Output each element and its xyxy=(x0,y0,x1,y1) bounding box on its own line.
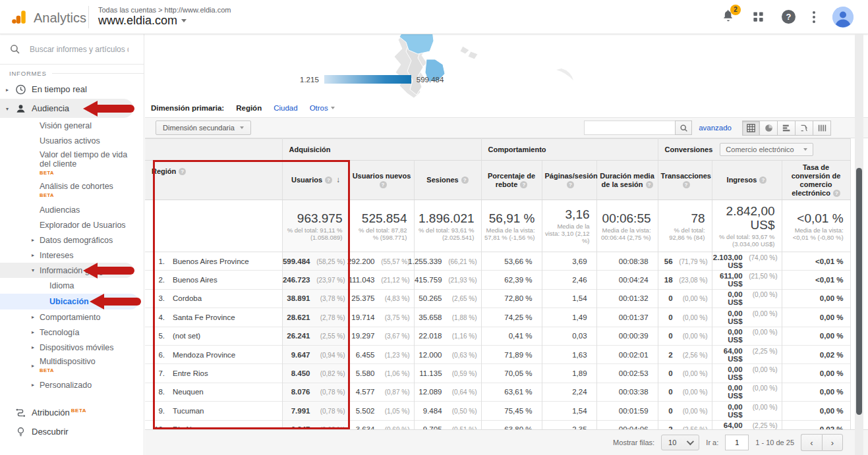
view-comparison-button[interactable] xyxy=(796,120,813,136)
advanced-link[interactable]: avanzado xyxy=(699,124,732,132)
col-header-transacciones[interactable]: Transacciones? xyxy=(658,161,712,200)
sidebar-item-tecnologia[interactable]: ▸Tecnología xyxy=(0,325,144,340)
sidebar-item-descubrir[interactable]: Descubrir xyxy=(0,422,144,441)
sidebar-item-analisis-de-cohortes[interactable]: Análisis de cohortesBETA xyxy=(0,180,144,202)
region-link[interactable]: (not set) xyxy=(173,332,200,340)
dimension-ciudad[interactable]: Ciudad xyxy=(274,104,297,112)
region-link[interactable]: Neuquen xyxy=(173,388,204,396)
rows-per-page-select[interactable]: 10 xyxy=(661,435,699,450)
help-icon[interactable]: ? xyxy=(325,176,332,184)
col-header-sesiones[interactable]: Sesiones? xyxy=(414,161,481,200)
search-icon xyxy=(9,43,20,55)
app-title: Analytics xyxy=(34,11,86,26)
sidebar-item-usuarios-activos[interactable]: Usuarios activos xyxy=(0,133,144,148)
sidebar-item-vision-general[interactable]: Visión general xyxy=(0,118,144,133)
col-header-duracion[interactable]: Duración media de la sesión? xyxy=(596,161,658,200)
table-search-input[interactable] xyxy=(584,120,675,135)
map-islands[interactable] xyxy=(460,46,478,59)
sidebar-item-en-tiempo-real[interactable]: ▸En tiempo real xyxy=(0,80,144,99)
col-header-paginas[interactable]: Páginas/sesión? xyxy=(542,161,596,200)
sidebar-item-informacion-geografica[interactable]: ▾Información geográfica xyxy=(0,263,133,278)
col-header-usuarios[interactable]: Usuarios?↓ xyxy=(282,161,349,200)
col-header-ingresos[interactable]: Ingresos? xyxy=(712,161,782,200)
help-icon[interactable]: ? xyxy=(461,176,469,184)
help-icon[interactable]: ? xyxy=(380,181,387,188)
sidebar-item-personalizado[interactable]: ▸Personalizado xyxy=(0,377,144,392)
sidebar-item-atribucion[interactable]: AtribuciónBETA xyxy=(0,403,144,422)
metric-cell: 415.759(21,93 %) xyxy=(414,271,481,289)
sidebar-item-multidispositivo[interactable]: ▸MultidispositivoBETA xyxy=(0,355,144,377)
row-rank: 2. xyxy=(150,276,165,284)
col-header-usuarios-nuevos[interactable]: Usuarios nuevos? xyxy=(349,161,414,200)
sidebar-item-comportamiento[interactable]: ▸Comportamiento xyxy=(0,309,144,325)
table-search-button[interactable] xyxy=(675,120,692,135)
help-icon[interactable]: ? xyxy=(520,181,527,188)
help-icon[interactable]: ? xyxy=(646,181,653,188)
metric-cell: 00:01:59 xyxy=(596,402,658,420)
chevron-down-icon: ▾ xyxy=(6,105,9,111)
geo-map[interactable]: 1.215 599.484 xyxy=(145,34,855,99)
sidebar-item-intereses[interactable]: ▸Intereses xyxy=(0,248,144,263)
sidebar-item-label: Valor del tiempo de vida del clienteBETA xyxy=(40,150,138,178)
breadcrumb[interactable]: Todas las cuentas > http://www.eldia.com xyxy=(98,6,231,14)
secondary-dimension-button[interactable]: Dimensión secundaria xyxy=(156,120,251,135)
help-icon[interactable]: ? xyxy=(833,190,840,197)
sidebar-item-audiencia[interactable]: ▾Audiencia xyxy=(0,99,133,118)
account-selector[interactable]: www.eldia.com xyxy=(98,14,231,28)
help-icon[interactable]: ? xyxy=(179,168,186,175)
table-row-mendoza-province: 6.Mendoza Province9.647(0,94 %)6.455(1,2… xyxy=(145,345,850,363)
sidebar-item-audiencias[interactable]: Audiencias xyxy=(0,202,144,217)
dimension-otros[interactable]: Otros xyxy=(310,104,335,112)
view-percentage-button[interactable] xyxy=(760,120,778,136)
next-page-button[interactable]: › xyxy=(822,434,843,451)
row-rank: 8. xyxy=(150,388,165,396)
vertical-scrollbar[interactable] xyxy=(855,34,863,455)
sidebar-item-explorador-de-usuarios[interactable]: Explorador de Usuarios xyxy=(0,217,144,232)
group-header-row: Adquisición Comportamiento Conversiones … xyxy=(145,139,850,161)
conversion-type-select[interactable]: Comercio electrónico xyxy=(720,143,813,156)
help-icon[interactable]: ? xyxy=(759,176,767,184)
col-header-region[interactable]: Región? xyxy=(145,161,282,200)
help-icon[interactable]: ? xyxy=(683,181,690,188)
attribution-icon xyxy=(15,407,26,418)
sidebar-item-ubicacion[interactable]: Ubicación xyxy=(0,294,138,309)
app-header: Analytics Todas las cuentas > http://www… xyxy=(0,0,868,34)
metric-cell: 26.241(2,55 %) xyxy=(282,327,349,345)
row-rank: 7. xyxy=(150,369,165,377)
help-icon[interactable]: ? xyxy=(782,10,796,24)
region-link[interactable]: Entre Rios xyxy=(173,369,208,377)
region-link[interactable]: Buenos Aires xyxy=(173,276,217,284)
sidebar-item-idioma[interactable]: Idioma xyxy=(0,278,144,294)
notifications-button[interactable]: 2 xyxy=(722,9,735,25)
view-pivot-button[interactable] xyxy=(813,120,831,136)
table-row-entre-rios: 7.Entre Rios8.450(0,82 %)5.580(1,06 %)11… xyxy=(145,364,850,383)
scrollbar-thumb[interactable] xyxy=(856,168,862,415)
help-icon[interactable]: ? xyxy=(567,181,574,188)
dimension-region[interactable]: Región xyxy=(236,104,262,112)
region-link[interactable]: Buenos Aires Province xyxy=(173,257,249,265)
sidebar-item-valor-del-tiempo-de-vida-del-cliente[interactable]: Valor del tiempo de vida del clienteBETA xyxy=(0,148,144,180)
region-link[interactable]: Tucuman xyxy=(173,407,204,415)
region-link[interactable]: Mendoza Province xyxy=(173,351,235,359)
metric-cell: 246.723(23,97 %) xyxy=(282,271,349,289)
avatar[interactable] xyxy=(832,7,854,28)
search-input[interactable] xyxy=(30,45,129,54)
apps-grid-icon[interactable] xyxy=(752,11,765,23)
region-link[interactable]: Cordoba xyxy=(173,294,202,302)
sidebar-item-dispositivos-moviles[interactable]: ▸Dispositivos móviles xyxy=(0,340,144,355)
col-header-tasa[interactable]: Tasa de conversión de comercio electróni… xyxy=(782,161,850,200)
metric-cell: 2,24 xyxy=(542,383,596,401)
sidebar-item-label: En tiempo real xyxy=(32,84,87,94)
region-link[interactable]: Santa Fe Province xyxy=(173,313,235,321)
overflow-menu-icon[interactable] xyxy=(813,11,815,23)
view-performance-button[interactable] xyxy=(778,120,796,136)
sidebar-search[interactable] xyxy=(0,34,144,65)
goto-page-input[interactable] xyxy=(725,435,749,450)
sidebar-item-label: Descubrir xyxy=(32,427,69,437)
sidebar-item-datos-demograficos[interactable]: ▸Datos demográficos xyxy=(0,232,144,248)
beta-badge: BETA xyxy=(40,169,138,178)
prev-page-button[interactable]: ‹ xyxy=(801,434,822,451)
view-table-button[interactable] xyxy=(742,120,760,136)
total-usuarios-nuevos: 525.854% del total: 87,82 % (598.771) xyxy=(349,200,414,252)
col-header-rebote[interactable]: Porcentaje de rebote? xyxy=(481,161,542,200)
